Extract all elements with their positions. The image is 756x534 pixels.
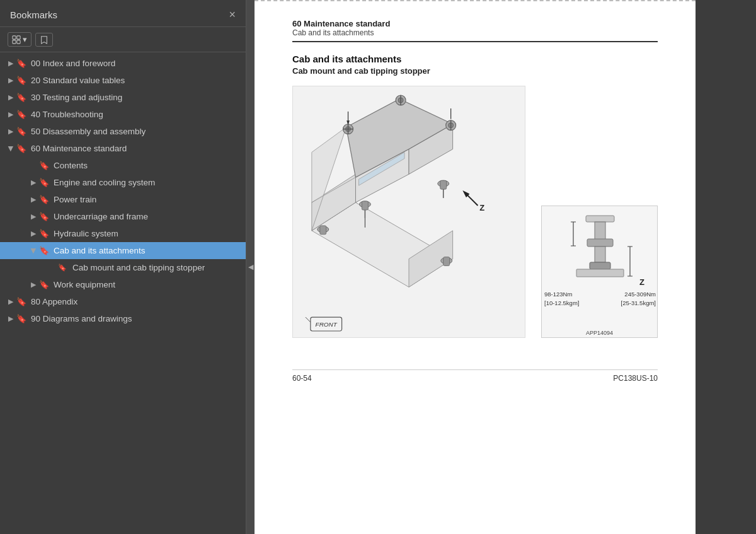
sidebar-item-60[interactable]: ▶ 🔖 60 Maintenance standard — [0, 140, 246, 157]
sidebar-item-30[interactable]: ▶ 🔖 30 Testing and adjusting — [0, 89, 246, 106]
sidebar-item-20[interactable]: ▶ 🔖 20 Standard value tables — [0, 72, 246, 89]
sidebar-item-label: 90 Diagrams and drawings — [31, 314, 241, 323]
chevron-icon: ▶ — [5, 93, 16, 102]
page-number-right: PC138US-10 — [613, 374, 658, 383]
svg-rect-29 — [440, 180, 447, 189]
sidebar-item-60-cab-mount[interactable]: ▶ 🔖 Cab mount and cab tipping stopper — [0, 259, 246, 276]
sidebar-item-60-engine[interactable]: ▶ 🔖 Engine and cooling system — [0, 174, 246, 191]
sidebar-item-label: Power train — [54, 195, 241, 204]
sidebar-item-label: Cab mount and cab tipping stopper — [72, 263, 241, 272]
bookmark-icon: 🔖 — [16, 297, 26, 306]
bookmark-icon: 🔖 — [16, 110, 26, 119]
main-diagram-svg: Z FRONT — [292, 86, 525, 338]
torque-label-1: 98-123Nm [10-12.5kgm] — [544, 290, 579, 307]
section-subtitle: Cab mount and cab tipping stopper — [292, 66, 658, 76]
chevron-icon: ▶ — [28, 178, 39, 187]
sidebar-item-label: Hydraulic system — [54, 229, 241, 238]
bookmark-icon: 🔖 — [39, 178, 49, 187]
bookmark-icon: 🔖 — [39, 195, 49, 204]
sidebar-item-label: 30 Testing and adjusting — [31, 93, 241, 102]
bookmark-view-button[interactable] — [35, 33, 53, 47]
sidebar-item-60-under[interactable]: ▶ 🔖 Undercarriage and frame — [0, 208, 246, 225]
sidebar-item-40[interactable]: ▶ 🔖 40 Troubleshooting — [0, 106, 246, 123]
chevron-icon: ▶ — [5, 315, 16, 323]
sidebar-item-50[interactable]: ▶ 🔖 50 Disassembly and assembly — [0, 123, 246, 140]
sidebar-item-label: 80 Appendix — [31, 297, 241, 306]
bookmark-icon: 🔖 — [39, 161, 49, 170]
bookmark-view-icon — [40, 35, 49, 44]
sidebar-item-label: Engine and cooling system — [54, 178, 241, 187]
chevron-icon: ▶ — [28, 212, 39, 221]
bookmark-icon: 🔖 — [39, 212, 49, 221]
chevron-icon: ▶ — [5, 59, 16, 67]
svg-rect-32 — [444, 257, 450, 266]
svg-rect-42 — [586, 216, 614, 222]
chevron-icon: ▶ — [5, 127, 16, 136]
svg-rect-47 — [576, 269, 624, 277]
svg-rect-0 — [13, 35, 16, 38]
bookmark-icon: 🔖 — [39, 246, 49, 255]
page-header-title: 60 Maintenance standard — [292, 19, 658, 28]
svg-text:Z: Z — [639, 277, 644, 287]
sidebar: Bookmarks × ▾ ▶ — [0, 0, 246, 534]
bookmark-icon: 🔖 — [16, 314, 26, 323]
sidebar-item-60-hydraulic[interactable]: ▶ 🔖 Hydraulic system — [0, 225, 246, 242]
sidebar-item-00[interactable]: ▶ 🔖 00 Index and foreword — [0, 55, 246, 72]
sidebar-item-label: Undercarriage and frame — [54, 212, 241, 221]
sidebar-item-label: 20 Standard value tables — [31, 76, 241, 85]
diagram-area: Z FRONT — [292, 86, 658, 351]
bookmark-icon: 🔖 — [16, 76, 26, 85]
chevron-icon: ▶ — [30, 245, 38, 257]
page-footer: 60-54 PC138US-10 — [292, 369, 658, 383]
svg-rect-25 — [362, 201, 368, 210]
torque-label-2: 245-309Nm [25-31.5kgm] — [621, 290, 656, 307]
sidebar-item-label: 50 Disassembly and assembly — [31, 127, 241, 136]
detail-diagram: Z 98-123Nm [10-12.5kgm] 245-309Nm [25-31… — [541, 206, 658, 338]
page-number-left: 60-54 — [292, 374, 312, 383]
chevron-icon: ▶ — [7, 143, 15, 154]
sidebar-item-80[interactable]: ▶ 🔖 80 Appendix — [0, 293, 246, 310]
chevron-icon: ▶ — [5, 298, 16, 306]
detail-diagram-svg: Z — [542, 206, 658, 301]
svg-rect-2 — [13, 40, 16, 43]
svg-rect-44 — [587, 239, 613, 247]
svg-rect-1 — [17, 35, 20, 38]
svg-rect-46 — [590, 262, 610, 269]
sidebar-item-label: Work equipment — [54, 280, 241, 289]
chevron-icon: ▶ — [5, 76, 16, 84]
chevron-icon: ▶ — [28, 195, 39, 204]
close-button[interactable]: × — [229, 9, 236, 20]
collapse-arrow-icon: ◀ — [248, 263, 253, 271]
sidebar-item-label: 40 Troubleshooting — [31, 110, 241, 119]
sidebar-header: Bookmarks × — [0, 0, 246, 27]
chevron-icon: ▶ — [5, 110, 16, 119]
sidebar-item-90[interactable]: ▶ 🔖 90 Diagrams and drawings — [0, 310, 246, 327]
svg-text:FRONT: FRONT — [316, 321, 338, 328]
sidebar-item-60-cab[interactable]: ▶ 🔖 Cab and its attachments — [0, 242, 246, 259]
svg-text:Z: Z — [479, 203, 484, 212]
expand-dropdown-arrow: ▾ — [23, 35, 27, 44]
page-header: 60 Maintenance standard Cab and its atta… — [292, 19, 658, 42]
page-container: 60 Maintenance standard Cab and its atta… — [255, 0, 696, 408]
svg-line-35 — [466, 193, 478, 206]
diagram-label: APP14094 — [542, 330, 657, 336]
sidebar-item-60-power[interactable]: ▶ 🔖 Power train — [0, 191, 246, 208]
bookmark-icon: 🔖 — [39, 280, 49, 289]
expand-all-button[interactable]: ▾ — [8, 32, 32, 47]
bookmark-icon: 🔖 — [16, 59, 26, 68]
svg-rect-45 — [595, 247, 605, 262]
sidebar-collapse-handle[interactable]: ◀ — [246, 0, 255, 534]
bookmark-icon: 🔖 — [58, 264, 68, 272]
sidebar-toolbar: ▾ — [0, 27, 246, 52]
section-title: Cab and its attachments — [292, 54, 658, 64]
sidebar-item-label: 00 Index and foreword — [31, 59, 241, 68]
bookmark-icon: 🔖 — [16, 144, 26, 153]
main-content: 60 Maintenance standard Cab and its atta… — [255, 0, 696, 534]
sidebar-item-60-contents[interactable]: ▶ 🔖 Contents — [0, 157, 246, 174]
svg-rect-34 — [320, 226, 326, 235]
expand-icon — [12, 35, 21, 44]
sidebar-item-label: Contents — [54, 161, 241, 170]
svg-rect-3 — [17, 40, 20, 43]
sidebar-item-60-work[interactable]: ▶ 🔖 Work equipment — [0, 276, 246, 293]
bookmark-icon: 🔖 — [16, 93, 26, 102]
